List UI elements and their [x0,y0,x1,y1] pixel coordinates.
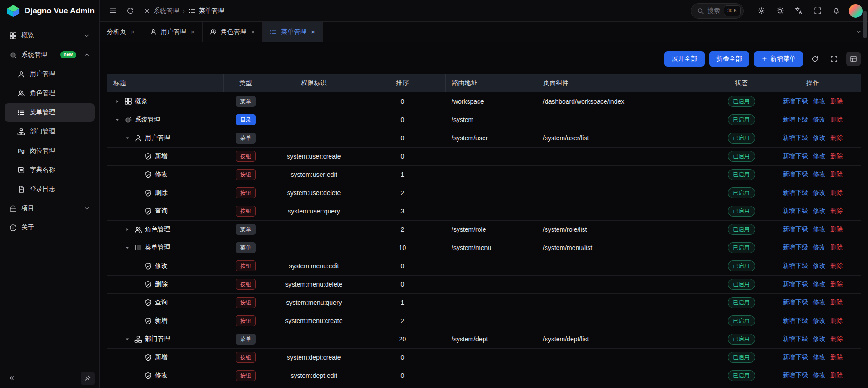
theme-toggle-button[interactable] [772,3,788,19]
breadcrumb-item-system[interactable]: 系统管理 [143,7,179,15]
delete-link[interactable]: 删除 [830,317,843,324]
sidebar-item-login-log[interactable]: 登录日志 [5,180,95,198]
edit-link[interactable]: 修改 [813,335,826,342]
delete-link[interactable]: 删除 [830,170,843,178]
add-child-link[interactable]: 新增下级 [783,189,808,196]
tab-menu-mgmt[interactable]: 菜单管理× [263,22,323,42]
sidebar-item-post-mgmt[interactable]: Pg岗位管理 [5,142,95,160]
delete-link[interactable]: 删除 [830,335,843,342]
sidebar-item-about[interactable]: 关于 [5,218,95,237]
sidebar-item-system[interactable]: 系统管理new [5,46,95,64]
delete-link[interactable]: 删除 [830,280,843,287]
refresh-table-button[interactable] [808,52,822,66]
edit-link[interactable]: 修改 [813,244,826,251]
add-child-link[interactable]: 新增下级 [783,97,808,105]
expand-all-button[interactable]: 展开全部 [664,51,705,67]
add-child-link[interactable]: 新增下级 [783,317,808,324]
top-header: 系统管理 › 菜单管理 搜索 ⌘ K [100,0,868,22]
edit-link[interactable]: 修改 [813,97,826,105]
close-tab-icon[interactable]: × [311,28,315,35]
tree-toggle-icon[interactable] [113,116,121,124]
tree-toggle-icon[interactable] [123,335,132,343]
edit-link[interactable]: 修改 [813,280,826,287]
edit-link[interactable]: 修改 [813,116,826,123]
breadcrumb-item-menu[interactable]: 菜单管理 [189,7,224,15]
language-button[interactable] [791,3,806,19]
delete-link[interactable]: 删除 [830,225,843,233]
add-menu-button[interactable]: 新增菜单 [754,51,803,67]
close-tab-icon[interactable]: × [131,28,135,35]
user-avatar[interactable] [849,4,863,18]
column-settings-button[interactable] [846,52,861,66]
tree-toggle-icon[interactable] [123,244,132,252]
delete-link[interactable]: 删除 [830,97,843,105]
add-child-link[interactable]: 新增下级 [783,207,808,214]
close-tab-icon[interactable]: × [251,28,255,35]
edit-link[interactable]: 修改 [813,152,826,159]
tab-analysis[interactable]: 分析页× [100,22,142,42]
edit-link[interactable]: 修改 [813,262,826,269]
edit-link[interactable]: 修改 [813,317,826,324]
delete-link[interactable]: 删除 [830,152,843,159]
edit-link[interactable]: 修改 [813,353,826,361]
sidebar-item-user-mgmt[interactable]: 用户管理 [5,65,95,83]
edit-link[interactable]: 修改 [813,134,826,141]
add-child-link[interactable]: 新增下级 [783,262,808,269]
close-tab-icon[interactable]: × [191,28,195,35]
edit-link[interactable]: 修改 [813,207,826,214]
add-child-link[interactable]: 新增下级 [783,244,808,251]
sidebar-item-role-mgmt[interactable]: 角色管理 [5,84,95,102]
add-child-link[interactable]: 新增下级 [783,116,808,123]
tree-toggle-icon[interactable] [123,225,132,234]
delete-link[interactable]: 删除 [830,189,843,196]
type-badge: 目录 [236,114,256,125]
delete-link[interactable]: 删除 [830,134,843,141]
add-child-link[interactable]: 新增下级 [783,372,808,379]
sidebar-item-dict-mgmt[interactable]: 字典名称 [5,161,95,179]
add-child-link[interactable]: 新增下级 [783,152,808,159]
pin-sidebar-button[interactable] [81,372,95,385]
toggle-sidebar-button[interactable] [105,3,121,19]
tree-toggle-icon[interactable] [113,97,121,106]
delete-link[interactable]: 删除 [830,207,843,214]
collapse-sidebar-button[interactable] [5,372,18,385]
edit-link[interactable]: 修改 [813,170,826,178]
delete-link[interactable]: 删除 [830,244,843,251]
refresh-page-button[interactable] [122,3,138,19]
add-child-link[interactable]: 新增下级 [783,280,808,287]
edit-link[interactable]: 修改 [813,298,826,306]
app-logo-row[interactable]: Djagno Vue Admin [0,0,99,22]
table-fullscreen-button[interactable] [827,52,842,66]
component-path: /system/user/list [537,129,718,147]
add-child-link[interactable]: 新增下级 [783,170,808,178]
notifications-button[interactable] [828,3,844,19]
add-child-link[interactable]: 新增下级 [783,335,808,342]
sidebar-item-project[interactable]: 项目 [5,199,95,218]
settings-button[interactable] [753,3,769,19]
row-title: 系统管理 [135,116,160,124]
edit-link[interactable]: 修改 [813,372,826,379]
delete-link[interactable]: 删除 [830,298,843,306]
delete-link[interactable]: 删除 [830,262,843,269]
sidebar-item-menu-mgmt[interactable]: 菜单管理 [5,103,95,122]
scrollbar-thumb[interactable] [863,11,867,38]
add-child-link[interactable]: 新增下级 [783,134,808,141]
sidebar-item-overview[interactable]: 概览 [5,27,95,45]
global-search[interactable]: 搜索 ⌘ K [691,3,744,19]
edit-link[interactable]: 修改 [813,189,826,196]
add-child-link[interactable]: 新增下级 [783,225,808,233]
add-child-link[interactable]: 新增下级 [783,298,808,306]
tab-user-mgmt[interactable]: 用户管理× [142,22,203,42]
edit-link[interactable]: 修改 [813,225,826,233]
add-child-link[interactable]: 新增下级 [783,353,808,361]
tree-toggle-icon[interactable] [123,134,132,142]
tab-role-mgmt[interactable]: 角色管理× [203,22,263,42]
book-icon [17,166,25,174]
delete-link[interactable]: 删除 [830,116,843,123]
delete-link[interactable]: 删除 [830,372,843,379]
sidebar-item-dept-mgmt[interactable]: 部门管理 [5,122,95,141]
collapse-all-button[interactable]: 折叠全部 [709,51,749,67]
fullscreen-button[interactable] [810,3,825,19]
sort-value: 0 [360,111,445,129]
delete-link[interactable]: 删除 [830,353,843,361]
